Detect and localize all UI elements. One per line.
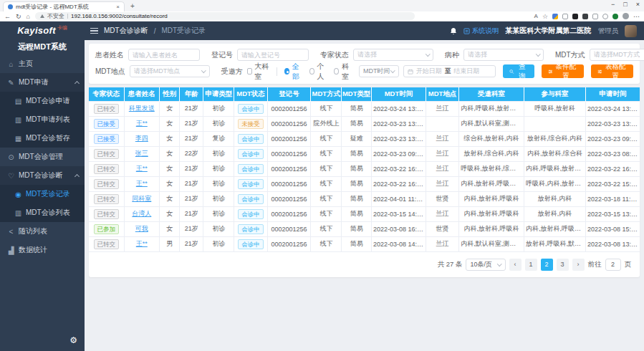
heart-icon: ♡ (7, 172, 15, 180)
sidebar-item-mdt-consult-draft[interactable]: ▦MDT会诊暂存 (0, 129, 85, 148)
column-header: MDT类型 (342, 87, 372, 101)
cell-joined-depts: 放射科,内科 (524, 191, 585, 206)
cell-apply-type: 初诊 (203, 236, 234, 251)
address-bar[interactable]: 不安全 192.168.0.156:9002/consultate/record (35, 12, 415, 20)
cell-apply-type: 初诊 (203, 101, 234, 116)
page-size-select[interactable]: 10条/页 (466, 259, 505, 271)
logo-text: Kayisoft (17, 25, 56, 36)
next-page-button[interactable]: › (572, 259, 585, 271)
cell-age: 21岁 (180, 176, 203, 191)
cell-mdt-method: 线下 (311, 206, 342, 221)
table-config-button[interactable]: 表格配置 (591, 64, 633, 78)
column-header: 患者姓名 (124, 87, 159, 101)
records-table: 专家状态患者姓名性别年龄申请类型MDT状态登记号MDT方式MDT类型MDT时间M… (89, 87, 640, 252)
patient-name-link[interactable]: 科里发送 (129, 105, 155, 112)
not-secure-warning-icon (40, 14, 44, 18)
cell-joined-depts: 放射科,内科 (524, 206, 585, 221)
patient-name-link[interactable]: 李四 (135, 135, 148, 142)
radio-dept[interactable] (334, 68, 339, 74)
browser-extension-icon[interactable] (592, 14, 598, 19)
system-help-link[interactable]: 系统说明 (463, 27, 499, 36)
patient-name-link[interactable]: 王** (136, 240, 148, 247)
expert-status-tag: 已转交 (94, 149, 120, 159)
patient-name-link[interactable]: 张三 (135, 150, 148, 157)
refresh-icon[interactable]: ↻ (16, 11, 21, 21)
cell-mdt-method: 线下 (311, 161, 342, 176)
sidebar-item-followup-list[interactable]: <随访列表 (0, 222, 85, 241)
sidebar-toggle-icon[interactable] (90, 28, 98, 34)
patient-name-link[interactable]: 可我 (135, 225, 148, 232)
search-button[interactable]: 查询 (503, 64, 534, 78)
sidebar-item-mdt-apply-list[interactable]: ▥MDT申请列表 (0, 110, 85, 129)
page-button-3[interactable]: 3 (557, 259, 569, 271)
browser-menu-icon[interactable]: ⋯ (633, 11, 640, 21)
user-avatar[interactable] (625, 25, 637, 37)
time-type-select[interactable]: MDT时间 (359, 65, 399, 77)
cell-joined-depts: 内科,呼吸科,放射科,综合科 (524, 161, 585, 176)
disease-select[interactable]: 请选择 (463, 49, 544, 61)
expert-status-tag: 已转交 (94, 164, 120, 174)
browser-extension-icon[interactable] (582, 14, 588, 19)
column-header: MDT状态 (234, 87, 267, 101)
radio-all[interactable] (284, 68, 289, 74)
mdt-method-select[interactable]: 请选择MDT方式 (590, 49, 644, 61)
browser-extension-icon[interactable] (572, 14, 578, 19)
chevron-down-icon (536, 52, 540, 56)
patient-name-input[interactable] (128, 49, 200, 61)
browser-profile-icon[interactable] (623, 13, 629, 19)
disease-placeholder: 请选择 (468, 50, 487, 59)
sidebar-group: <随访列表 (0, 222, 85, 241)
radio-personal[interactable] (309, 68, 314, 74)
sidebar-item-mdt-apply[interactable]: ✎MDT申请 (0, 73, 85, 92)
sidebar-item-home[interactable]: ⌂主页 (0, 54, 85, 73)
cell-joined-depts: 呼吸科,内科,放射科,影像科 (524, 176, 585, 191)
cell-gender: 女 (159, 221, 179, 236)
window-close-button[interactable]: × (636, 1, 640, 8)
sidebar-item-mdt-record[interactable]: ◉MDT受诊记录 (0, 185, 85, 203)
column-header: 年龄 (180, 87, 203, 101)
patient-name-link[interactable]: 王** (136, 120, 148, 127)
window-restore-button[interactable]: □ (623, 1, 627, 8)
cell-apply-time: 2022-03-15 13:16:26 (586, 206, 640, 221)
home-icon[interactable]: ⌂ (27, 11, 30, 21)
patient-name-link[interactable]: 王** (136, 180, 148, 187)
browser-extension-icon[interactable] (612, 14, 618, 19)
sidebar-item-mdt-consult-manage[interactable]: ⊙MDT会诊管理 (0, 148, 85, 166)
cell-gender: 女 (159, 101, 179, 116)
settings-gear-icon[interactable]: ⚙ (69, 335, 77, 345)
register-no-input[interactable] (237, 49, 309, 61)
sidebar-item-mdt-consult-diagnosis[interactable]: ♡MDT会诊诊断 (0, 166, 85, 185)
new-tab-button[interactable]: + (130, 1, 135, 11)
patient-name-link[interactable]: 台湾人 (132, 210, 151, 217)
window-minimize-button[interactable]: − (611, 1, 615, 8)
read-aloud-icon[interactable]: A (534, 11, 538, 21)
goto-page-input[interactable] (605, 259, 621, 271)
cell-mdt-status: 会诊中 (234, 221, 267, 236)
sidebar-item-data-stats[interactable]: ▟数据统计 (0, 241, 85, 259)
sidebar-item-mdt-consult-list[interactable]: ▥MDT会诊列表 (0, 203, 85, 222)
expert-status-select[interactable]: 请选择 (353, 49, 433, 61)
cell-patient-name: 台湾人 (124, 206, 159, 221)
browser-extension-icon[interactable] (562, 14, 568, 19)
bookmark-star-icon[interactable]: ☆ (542, 11, 548, 21)
cell-age: 21岁 (180, 206, 203, 221)
split-screen-icon[interactable] (602, 14, 608, 19)
mdt-status-tag: 会诊中 (238, 179, 264, 189)
prev-page-button[interactable]: ‹ (509, 259, 522, 271)
patient-name-link[interactable]: 王** (136, 165, 148, 172)
mdt-place-select[interactable]: 请选择MDT地点 (130, 65, 210, 77)
back-icon[interactable]: ← (4, 11, 11, 21)
patient-name-link[interactable]: 同科室 (132, 195, 151, 202)
bell-icon[interactable] (450, 27, 457, 35)
condition-config-button[interactable]: 条件配置 (542, 64, 584, 78)
date-range-picker[interactable]: 开始日期 至 结束日期 (403, 65, 496, 77)
expert-status-tag: 已转交 (94, 209, 120, 219)
sidebar-item-mdt-consult-apply[interactable]: ▤MDT会诊申请 (0, 92, 85, 110)
page-button-1[interactable]: 1 (525, 259, 537, 271)
big-dept-checkbox[interactable] (247, 68, 252, 74)
tab-close-icon[interactable]: × (116, 4, 120, 10)
browser-tab[interactable]: mdt受诊记录 - 远程MDT系统 × (3, 1, 125, 11)
browser-extension-icon[interactable] (552, 14, 558, 19)
page-button-2[interactable]: 2 (541, 259, 553, 271)
cell-apply-type: 复诊 (203, 131, 234, 146)
